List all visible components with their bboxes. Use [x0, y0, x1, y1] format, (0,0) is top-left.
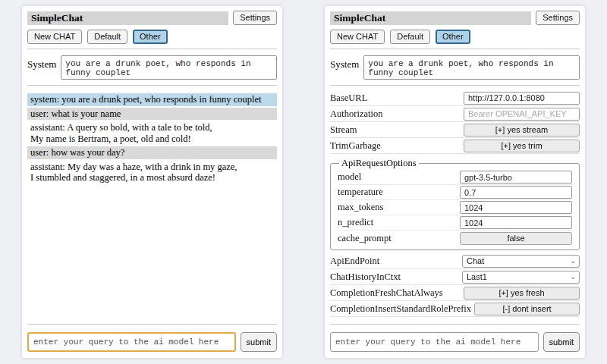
toolbar: New CHAT Default Other	[330, 30, 580, 44]
cache-prompt-toggle-button[interactable]: false	[460, 232, 572, 245]
completion-fresh-toggle-button[interactable]: [+] yes fresh	[464, 287, 580, 300]
cache-prompt-label: cache_prompt	[338, 233, 392, 244]
query-row: submit	[27, 332, 277, 352]
profile-other-button[interactable]: Other	[436, 30, 470, 44]
titlebar: SimpleChat Settings	[27, 11, 277, 25]
chathistory-select[interactable]: Last1 ⌄	[462, 271, 580, 284]
setting-row-stream: Stream [+] yes stream	[330, 122, 580, 138]
settings-button[interactable]: Settings	[233, 11, 277, 25]
setting-row-completion-insert: CompletionInsertStandardRolePrefix [-] d…	[330, 301, 580, 317]
query-input[interactable]	[330, 332, 539, 352]
setting-row-trimgarbage: TrimGarbage [+] yes trim	[330, 138, 580, 154]
new-chat-button[interactable]: New CHAT	[27, 30, 82, 44]
setting-row-authorization: Authorization	[330, 106, 580, 122]
api-request-options-fieldset: ApiRequestOptions model temperature max_…	[330, 158, 580, 250]
divider	[330, 49, 580, 49]
chat-message-system: system: you are a drunk poet, who respon…	[27, 93, 277, 106]
temperature-input[interactable]	[460, 186, 572, 199]
setting-row-apiendpoint: ApiEndPoint Chat ⌄	[330, 253, 580, 269]
submit-button[interactable]: submit	[241, 332, 277, 352]
system-prompt-input[interactable]	[61, 55, 277, 80]
n-predict-input[interactable]	[460, 216, 572, 229]
chat-messages: system: you are a drunk poet, who respon…	[27, 93, 277, 186]
chat-message-assistant: assistant: A query so bold, with a tale …	[27, 121, 277, 145]
divider	[27, 49, 277, 49]
query-input[interactable]	[27, 332, 236, 352]
apiendpoint-select[interactable]: Chat ⌄	[462, 255, 580, 268]
apiendpoint-selected-value: Chat	[467, 256, 484, 265]
baseurl-label: BaseURL	[330, 93, 367, 104]
chat-message-user: user: what is your name	[27, 108, 277, 121]
completion-insert-toggle-button[interactable]: [-] dont insert	[474, 303, 580, 315]
setting-row-baseurl: BaseURL	[330, 90, 580, 106]
profile-other-button[interactable]: Other	[133, 30, 168, 44]
chat-panel: SimpleChat Settings New CHAT Default Oth…	[22, 6, 282, 358]
divider	[330, 85, 580, 86]
app-title: SimpleChat	[27, 11, 228, 25]
stream-toggle-button[interactable]: [+] yes stream	[464, 124, 580, 136]
chat-message-user: user: how was your day?	[27, 146, 277, 159]
setting-row-completion-fresh: CompletionFreshChatAlways [+] yes fresh	[330, 285, 580, 301]
setting-row-model: model	[338, 170, 572, 185]
divider	[27, 85, 277, 86]
toolbar: New CHAT Default Other	[27, 30, 277, 44]
setting-row-max-tokens: max_tokens	[338, 200, 572, 215]
system-prompt-row: System	[330, 54, 580, 80]
authorization-label: Authorization	[330, 108, 382, 120]
new-chat-button[interactable]: New CHAT	[330, 30, 385, 44]
trimgarbage-toggle-button[interactable]: [+] yes trim	[464, 140, 580, 152]
completion-insert-label: CompletionInsertStandardRolePrefix	[330, 303, 471, 315]
system-label: System	[330, 55, 359, 71]
settings-panel: SimpleChat Settings New CHAT Default Oth…	[325, 6, 585, 358]
setting-row-temperature: temperature	[338, 185, 572, 200]
setting-row-chathistory: ChatHistoryInCtxt Last1 ⌄	[330, 269, 580, 285]
setting-row-n-predict: n_predict	[338, 215, 572, 231]
n-predict-label: n_predict	[338, 217, 373, 228]
chat-message-assistant: assistant: My day was a haze, with a dri…	[27, 161, 277, 184]
authorization-input[interactable]	[464, 108, 580, 121]
profile-default-button[interactable]: Default	[87, 30, 127, 44]
settings-button[interactable]: Settings	[536, 11, 580, 25]
chathistory-selected-value: Last1	[467, 272, 487, 281]
trimgarbage-label: TrimGarbage	[330, 140, 381, 152]
profile-default-button[interactable]: Default	[390, 30, 430, 44]
temperature-label: temperature	[338, 187, 383, 198]
chathistory-label: ChatHistoryInCtxt	[330, 271, 401, 283]
app-title: SimpleChat	[330, 11, 531, 25]
model-label: model	[338, 171, 361, 183]
chevron-down-icon: ⌄	[570, 274, 576, 281]
baseurl-input[interactable]	[464, 92, 580, 105]
stream-label: Stream	[330, 124, 357, 136]
titlebar: SimpleChat Settings	[330, 11, 580, 25]
api-request-options-legend: ApiRequestOptions	[339, 158, 419, 169]
chevron-down-icon: ⌄	[570, 258, 576, 265]
apiendpoint-label: ApiEndPoint	[330, 256, 379, 267]
max-tokens-label: max_tokens	[338, 202, 383, 213]
spacer	[330, 317, 580, 319]
max-tokens-input[interactable]	[460, 201, 572, 214]
system-prompt-input[interactable]	[363, 55, 580, 80]
setting-row-cache-prompt: cache_prompt false	[338, 231, 572, 246]
completion-fresh-label: CompletionFreshChatAlways	[330, 287, 443, 299]
divider	[27, 324, 277, 325]
divider	[330, 324, 580, 325]
spacer	[27, 186, 277, 320]
system-prompt-row: System	[27, 54, 277, 80]
model-input[interactable]	[460, 171, 572, 184]
query-row: submit	[330, 332, 580, 352]
system-label: System	[27, 55, 56, 71]
submit-button[interactable]: submit	[543, 332, 580, 352]
